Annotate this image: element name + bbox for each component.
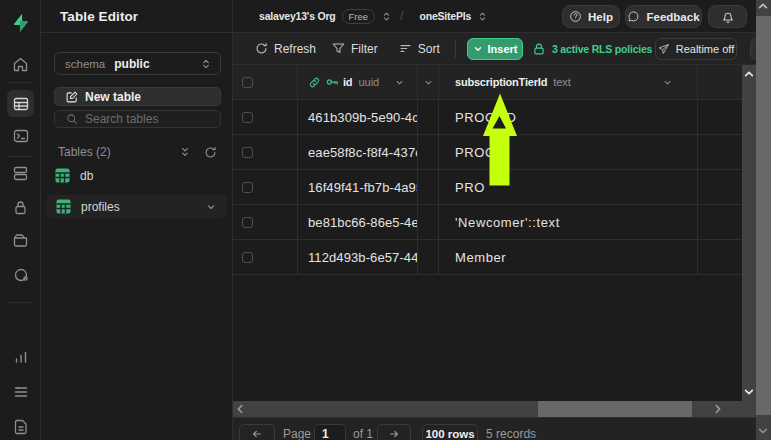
row-checkbox[interactable] bbox=[242, 182, 253, 193]
filter-button[interactable]: Filter bbox=[332, 42, 378, 56]
row-select-cell bbox=[233, 100, 298, 134]
row-checkbox[interactable] bbox=[242, 252, 253, 263]
row-select-cell bbox=[233, 170, 298, 204]
chevron-down-icon bbox=[423, 77, 434, 88]
help-button[interactable]: Help bbox=[562, 5, 620, 28]
cell-empty bbox=[698, 135, 742, 169]
records-count: 5 records bbox=[486, 427, 536, 440]
column-header-id[interactable]: id uuid bbox=[298, 65, 418, 99]
docs-icon[interactable] bbox=[0, 419, 41, 435]
refresh-button[interactable]: Refresh bbox=[255, 42, 316, 56]
main: salavey13's Org Free / oneSitePls Help F… bbox=[233, 0, 756, 440]
browser-scrollbar[interactable] bbox=[756, 0, 771, 440]
logs-icon[interactable] bbox=[0, 384, 41, 400]
supabase-logo-icon[interactable] bbox=[0, 12, 41, 34]
table-icon bbox=[55, 168, 70, 183]
row-checkbox[interactable] bbox=[242, 147, 253, 158]
realtime-toggle-button[interactable]: Realtime off bbox=[655, 38, 737, 60]
table-row[interactable]: 112d493b-6e57-448 Member bbox=[233, 240, 756, 275]
sidebar-item-db[interactable]: db bbox=[55, 168, 93, 183]
rows-per-page-button[interactable]: 100 rows bbox=[422, 424, 478, 440]
home-icon[interactable] bbox=[0, 56, 41, 73]
project-name[interactable]: oneSitePls bbox=[419, 10, 471, 22]
org-name[interactable]: salavey13's Org bbox=[259, 10, 336, 22]
scroll-right-icon[interactable] bbox=[714, 404, 722, 414]
row-checkbox[interactable] bbox=[242, 217, 253, 228]
sidebar-item-profiles[interactable]: profiles bbox=[47, 195, 227, 218]
scroll-up-icon[interactable] bbox=[744, 70, 754, 78]
prev-page-button[interactable] bbox=[239, 424, 275, 440]
reports-icon[interactable] bbox=[0, 349, 41, 365]
scroll-left-icon[interactable] bbox=[236, 404, 244, 414]
cell-id[interactable]: eae58f8c-f8f4-437e bbox=[298, 135, 418, 169]
cell-collapsed[interactable] bbox=[418, 135, 439, 169]
cell-value: PROGOD bbox=[455, 110, 516, 125]
new-table-label: New table bbox=[85, 90, 141, 104]
rls-policies-button[interactable]: 3 active RLS policies bbox=[532, 33, 652, 65]
rail-divider bbox=[8, 302, 33, 303]
hscroll-thumb[interactable] bbox=[538, 401, 692, 417]
chevron-updown-icon bbox=[200, 58, 212, 70]
sql-editor-icon[interactable] bbox=[0, 128, 41, 144]
cell-collapsed[interactable] bbox=[418, 205, 439, 239]
schema-select[interactable]: schema public bbox=[54, 52, 221, 75]
browser-scrollbar-thumb[interactable] bbox=[756, 16, 771, 415]
cell-empty bbox=[698, 240, 742, 274]
cell-empty bbox=[698, 170, 742, 204]
grid-vertical-scrollbar[interactable] bbox=[742, 65, 756, 417]
row-checkbox[interactable] bbox=[242, 112, 253, 123]
search-tables-input[interactable]: Search tables bbox=[54, 110, 221, 128]
scrollbar-up-icon[interactable] bbox=[758, 2, 768, 10]
grid-horizontal-scrollbar[interactable] bbox=[233, 401, 742, 417]
help-icon bbox=[569, 10, 582, 23]
org-switcher-icon[interactable] bbox=[381, 11, 392, 22]
cell-id[interactable]: 16f49f41-fb7b-4a95 bbox=[298, 170, 418, 204]
cell-id[interactable]: 461b309b-5e90-4c bbox=[298, 100, 418, 134]
realtime-icon[interactable] bbox=[0, 266, 41, 284]
auth-icon[interactable] bbox=[0, 199, 41, 216]
table-row[interactable]: be81bc66-86e5-4e 'Newcomer'::text bbox=[233, 205, 756, 240]
scroll-down-icon[interactable] bbox=[744, 388, 754, 396]
select-all-checkbox[interactable] bbox=[242, 77, 253, 88]
database-icon[interactable] bbox=[0, 165, 41, 182]
breadcrumb-separator: / bbox=[400, 9, 403, 23]
scrollbar-down-icon[interactable] bbox=[758, 427, 768, 435]
cell-tier[interactable]: Member bbox=[439, 240, 698, 274]
chevron-down-icon[interactable] bbox=[205, 201, 217, 213]
cell-collapsed[interactable] bbox=[418, 100, 439, 134]
cell-value: 112d493b-6e57-448 bbox=[308, 250, 418, 265]
new-table-button[interactable]: New table bbox=[54, 87, 221, 106]
page-total: of 1 bbox=[353, 427, 373, 440]
cell-id[interactable]: 112d493b-6e57-448 bbox=[298, 240, 418, 274]
feedback-button[interactable]: Feedback bbox=[625, 5, 702, 28]
cell-collapsed[interactable] bbox=[418, 170, 439, 204]
insert-button[interactable]: Insert bbox=[467, 38, 523, 60]
next-page-button[interactable] bbox=[377, 424, 411, 440]
row-select-cell bbox=[233, 135, 298, 169]
link-icon bbox=[308, 76, 321, 89]
cell-value: PRO bbox=[455, 180, 485, 195]
refresh-tables-icon[interactable] bbox=[204, 146, 217, 159]
storage-icon[interactable] bbox=[0, 232, 41, 249]
column-header-subscriptionTierId[interactable]: subscriptionTierId text bbox=[439, 65, 698, 99]
page-number-input[interactable]: 1 bbox=[314, 424, 346, 440]
chevron-down-icon[interactable] bbox=[394, 77, 405, 88]
table-row[interactable]: 16f49f41-fb7b-4a95 PRO bbox=[233, 170, 756, 205]
notifications-button[interactable] bbox=[708, 5, 747, 28]
cell-tier[interactable]: PROGOD bbox=[439, 100, 698, 134]
column-header-collapsed[interactable] bbox=[418, 65, 439, 99]
table-row[interactable]: 461b309b-5e90-4c PROGOD bbox=[233, 100, 756, 135]
cell-tier[interactable]: PROG bbox=[439, 135, 698, 169]
sort-button[interactable]: Sort bbox=[399, 42, 440, 56]
project-switcher-icon[interactable] bbox=[477, 11, 488, 22]
chevron-down-icon[interactable] bbox=[662, 77, 673, 88]
cell-tier[interactable]: PRO bbox=[439, 170, 698, 204]
table-row[interactable]: eae58f8c-f8f4-437e PROG bbox=[233, 135, 756, 170]
table-editor-icon[interactable] bbox=[0, 96, 41, 112]
collapse-all-icon[interactable] bbox=[179, 146, 191, 158]
cell-tier[interactable]: 'Newcomer'::text bbox=[439, 205, 698, 239]
schema-value: public bbox=[114, 57, 149, 71]
cell-collapsed[interactable] bbox=[418, 240, 439, 274]
cell-id[interactable]: be81bc66-86e5-4e bbox=[298, 205, 418, 239]
sort-icon bbox=[399, 42, 412, 55]
